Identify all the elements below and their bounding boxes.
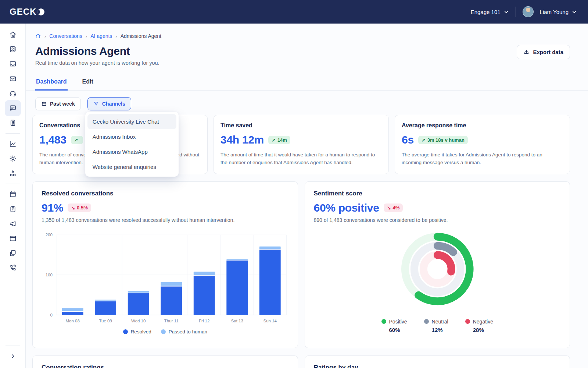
sentiment-legend-item: Neutral12% — [424, 319, 448, 333]
sentiment-legend-item: Positive60% — [381, 319, 407, 333]
inbox-tray-icon — [9, 60, 17, 68]
sidebar-item-pages[interactable] — [5, 246, 21, 261]
avatar — [523, 6, 534, 17]
sentiment-legend: Positive60%Neutral12%Negative28% — [314, 319, 561, 333]
legend-dot-icon — [161, 329, 166, 334]
breadcrumb-link-ai-agents[interactable]: AI agents — [90, 33, 112, 39]
stat-description: The average time it takes for Admissions… — [402, 151, 563, 167]
gecko-logo[interactable]: GECK — [10, 7, 44, 17]
stat-value: 6s — [402, 134, 414, 146]
chart-title: Sentiment score — [314, 190, 561, 197]
legend-item: Resolved — [123, 329, 151, 335]
tab-edit[interactable]: Edit — [82, 75, 94, 90]
sidebar-divider — [6, 346, 20, 346]
navbar-divider — [516, 7, 516, 17]
legend-label: Neutral — [432, 319, 448, 325]
browser-window-icon — [9, 234, 17, 243]
trend-badge-text: 3m 18s v human — [427, 137, 465, 143]
trend-arrow-icon: ↗ — [74, 137, 78, 143]
date-range-filter-button[interactable]: Past week — [35, 97, 81, 110]
legend-percent: 60% — [389, 327, 407, 333]
date-range-label: Past week — [50, 101, 75, 107]
legend-dot-icon — [381, 319, 386, 324]
channels-dropdown: Gecko University Live ChatAdmissions Inb… — [85, 112, 179, 177]
tab-dashboard[interactable]: Dashboard — [35, 75, 68, 91]
workspace-label: Engage 101 — [471, 9, 501, 15]
stat-value: 34h 12m — [220, 134, 264, 146]
breadcrumb: › Conversations › AI agents › Admissions… — [35, 33, 570, 39]
breadcrumb-link-conversations[interactable]: Conversations — [49, 33, 82, 39]
sentiment-score-card: Sentiment score 60% positive ↘ 4% 890 of… — [305, 181, 570, 348]
svg-text:Fri 12: Fri 12 — [199, 318, 209, 323]
channels-filter-button[interactable]: Channels — [87, 97, 131, 110]
legend-dot-icon — [123, 329, 128, 334]
svg-text:0: 0 — [50, 312, 53, 317]
workspace-switcher[interactable]: Engage 101 — [471, 9, 509, 15]
building-icon — [9, 119, 17, 127]
resolved-conversations-bar-chart: 0100200Mon 08Tue 09Wed 10Thur 11Fri 12Sa… — [42, 230, 289, 326]
sidebar-item-events[interactable] — [5, 187, 21, 202]
filter-bar: Past week Channels Gecko University Live… — [35, 97, 570, 110]
sidebar-item-forms[interactable] — [5, 202, 21, 216]
channel-option[interactable]: Admissions Inbox — [87, 129, 176, 144]
sidebar-item-analytics[interactable] — [5, 137, 21, 151]
svg-text:100: 100 — [46, 273, 53, 277]
sidebar-item-broadcasts[interactable] — [5, 216, 21, 231]
sidebar-item-live-support[interactable] — [5, 86, 21, 101]
svg-text:Wed 10: Wed 10 — [131, 318, 146, 323]
chart-value: 91% — [42, 202, 63, 214]
bar-chart-legend: ResolvedPassed to human — [42, 329, 289, 335]
sidebar-item-calls[interactable] — [5, 261, 21, 275]
pages-icon — [9, 249, 17, 257]
top-navbar: GECK Engage 101 Liam Young — [0, 0, 588, 24]
svg-text:Thur 11: Thur 11 — [164, 318, 179, 323]
home-icon — [9, 31, 17, 39]
sidebar-item-organisation[interactable] — [5, 116, 21, 130]
filter-funnel-icon — [93, 101, 99, 107]
headset-icon — [9, 89, 17, 98]
mail-icon — [9, 75, 17, 83]
gear-icon — [9, 155, 17, 163]
left-sidebar — [0, 24, 26, 368]
home-icon — [35, 33, 41, 39]
legend-dot-icon — [424, 319, 429, 324]
export-button-label: Export data — [533, 49, 563, 55]
sentiment-ring-chart — [314, 225, 561, 314]
sidebar-item-contacts[interactable] — [5, 42, 21, 57]
sentiment-legend-item: Negative28% — [465, 319, 493, 333]
svg-text:200: 200 — [46, 233, 53, 237]
channel-option[interactable]: Admissions WhatsApp — [87, 144, 176, 159]
user-menu[interactable]: Liam Young — [523, 6, 577, 17]
chevron-down-icon — [571, 9, 577, 15]
stat-title: Average response time — [402, 122, 563, 129]
legend-percent: 12% — [432, 327, 448, 333]
sidebar-item-integrations[interactable] — [5, 166, 21, 181]
legend-label: Passed to human — [169, 329, 207, 335]
export-data-button[interactable]: Export data — [517, 45, 570, 59]
contact-card-icon — [9, 45, 17, 53]
channel-option[interactable]: Website general enquiries — [87, 159, 176, 174]
chevron-down-icon — [503, 9, 509, 15]
chart-value: 60% positive — [314, 202, 379, 214]
sidebar-item-conversations[interactable] — [5, 100, 21, 116]
legend-label: Negative — [473, 319, 493, 325]
sidebar-expand-button[interactable] — [5, 349, 21, 364]
breadcrumb-home-link[interactable] — [35, 33, 41, 39]
breadcrumb-separator: › — [44, 33, 46, 39]
svg-text:Sat 13: Sat 13 — [231, 318, 243, 323]
tab-bar: Dashboard Edit — [26, 75, 588, 91]
sidebar-item-email[interactable] — [5, 71, 21, 86]
shapes-icon — [9, 169, 17, 177]
conversation-ratings-card: Conversation ratings — [32, 355, 298, 368]
sidebar-item-inbox[interactable] — [5, 57, 21, 71]
sidebar-item-website[interactable] — [5, 231, 21, 246]
svg-text:Sun 14: Sun 14 — [263, 318, 277, 323]
sidebar-item-settings[interactable] — [5, 151, 21, 166]
ratings-by-day-card: Ratings by day — [305, 355, 570, 368]
chart-title: Resolved conversations — [42, 190, 289, 197]
sidebar-divider — [6, 184, 20, 184]
trend-badge: ↘ 4% — [384, 204, 403, 212]
trend-arrow-icon: ↗ — [272, 137, 276, 143]
channel-option[interactable]: Gecko University Live Chat — [87, 114, 176, 129]
sidebar-item-home[interactable] — [5, 27, 21, 42]
